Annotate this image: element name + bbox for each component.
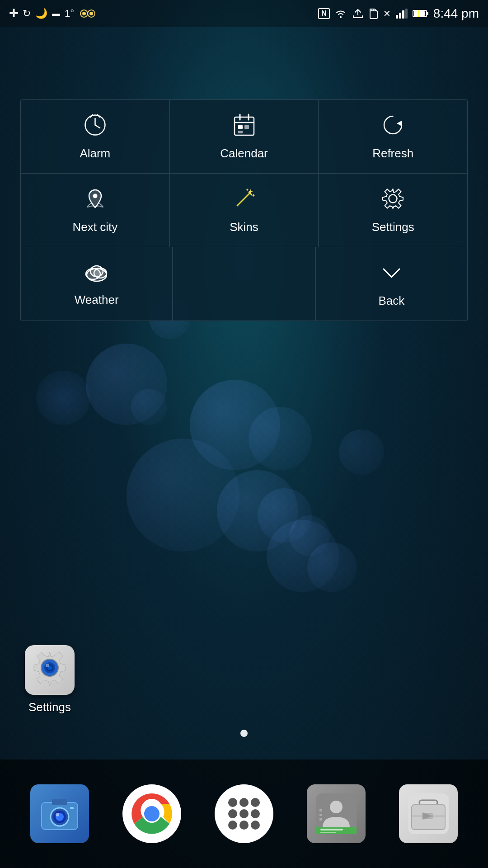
svg-point-3 [89,12,93,15]
refresh-icon [380,113,405,141]
next-city-label: Next city [72,220,117,234]
no-signal-icon: ✕ [383,8,391,19]
page-dot-active [240,730,248,737]
chevron-down-icon [379,260,404,288]
settings-icon-background [25,645,75,695]
next-city-button[interactable]: Next city [21,174,170,247]
gear-icon [380,186,405,215]
back-label: Back [378,294,404,308]
svg-rect-5 [370,11,377,19]
svg-rect-8 [396,15,398,19]
svg-rect-10 [402,10,404,19]
svg-rect-23 [235,117,254,135]
alarm-button[interactable]: Alarm [21,100,170,173]
svg-rect-58 [70,807,74,809]
back-button[interactable]: Back [316,247,467,321]
play-store-dock-icon[interactable] [399,784,458,843]
nfc-icon: N [318,8,330,19]
svg-point-62 [146,808,157,819]
svg-rect-79 [320,829,343,830]
skins-button[interactable]: Skins [170,174,319,247]
svg-point-1 [82,12,86,15]
svg-point-73 [330,801,343,813]
svg-point-57 [56,813,59,816]
camera-dock-icon[interactable] [30,784,89,843]
svg-point-69 [228,821,237,830]
weather-status-icon [79,8,97,19]
menu-row-1: Alarm Calendar [21,100,467,174]
svg-point-40 [389,195,397,203]
settings-menu-button[interactable]: Settings [319,174,467,247]
signal-bars-icon [395,9,408,19]
status-right-icons: N ✕ [318,6,479,21]
page-indicator [240,730,248,737]
svg-rect-53 [52,799,67,805]
svg-point-50 [46,664,49,667]
weather-label: Weather [75,293,119,307]
contacts-dock-icon[interactable] [307,784,366,843]
svg-point-65 [251,798,260,807]
calendar-label: Calendar [220,146,268,160]
location-icon [83,186,108,215]
battery-icon [413,9,429,19]
wand-icon [232,186,257,215]
settings-app-label: Settings [28,700,71,714]
status-bar: ✛ ↻ 🌙 ▬ 1° N [0,0,488,27]
clock-icon [83,113,108,141]
svg-point-68 [251,809,260,818]
svg-point-66 [228,809,237,818]
svg-rect-9 [399,13,401,19]
svg-point-70 [239,821,249,830]
svg-rect-29 [238,131,243,133]
sync-icon: ↻ [23,8,31,19]
svg-rect-76 [319,818,322,821]
add-icon: ✛ [9,7,18,20]
svg-line-21 [90,115,93,117]
sd-card-icon [369,8,379,19]
svg-point-4 [340,16,342,18]
weather-button[interactable]: Weather [21,247,173,321]
empty-cell [173,247,315,321]
chrome-dock-icon[interactable] [122,784,181,843]
upload-icon [352,9,364,19]
menu-row-2: Next city Skins [21,174,467,247]
app-drawer-button[interactable] [215,784,273,843]
svg-line-32 [237,193,250,206]
cloud-icon [83,261,110,288]
svg-point-64 [239,798,249,807]
svg-line-20 [95,125,100,128]
svg-rect-27 [238,125,243,129]
screen-icon: ▬ [52,9,60,19]
svg-marker-30 [397,121,402,126]
svg-rect-11 [405,9,408,19]
status-left-icons: ✛ ↻ 🌙 ▬ 1° [9,7,97,20]
calendar-icon [232,113,257,141]
skins-label: Skins [230,220,258,234]
svg-rect-75 [319,814,322,816]
calendar-button[interactable]: Calendar [170,100,319,173]
svg-point-67 [239,809,249,818]
temperature-indicator: 1° [65,8,74,19]
svg-point-63 [228,798,237,807]
dock [0,760,488,868]
svg-point-44 [90,266,103,277]
alarm-label: Alarm [80,146,110,160]
svg-rect-80 [320,832,336,833]
svg-point-31 [93,194,97,198]
svg-rect-13 [427,12,428,15]
settings-menu-label: Settings [372,220,414,234]
svg-rect-74 [319,809,322,811]
context-menu: Alarm Calendar [20,99,468,321]
settings-app-icon[interactable]: Settings [18,645,81,714]
refresh-label: Refresh [372,146,413,160]
menu-row-3: Weather Back [21,247,467,321]
svg-rect-28 [244,125,249,129]
svg-line-22 [98,115,100,117]
moon-icon: 🌙 [35,8,47,19]
svg-point-71 [251,821,260,830]
refresh-button[interactable]: Refresh [319,100,467,173]
wifi-icon [334,9,347,19]
status-time: 8:44 pm [433,6,479,21]
